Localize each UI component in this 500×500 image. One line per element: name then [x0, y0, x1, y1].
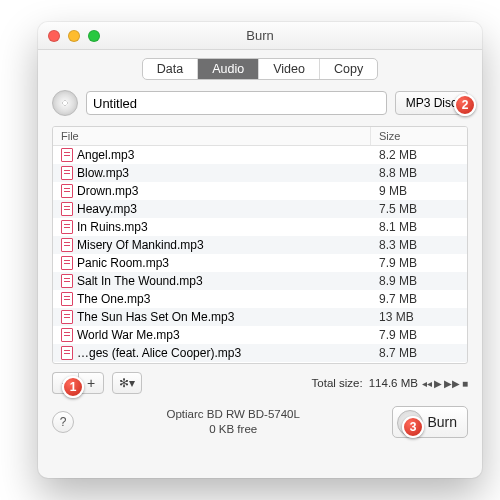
table-row[interactable]: Heavy.mp37.5 MB	[53, 200, 467, 218]
file-name: Panic Room.mp3	[77, 256, 169, 270]
file-name: The One.mp3	[77, 292, 150, 306]
annotation-badge-2: 2	[454, 94, 476, 116]
segmented-control: Data Audio Video Copy	[142, 58, 378, 80]
file-size: 9 MB	[371, 184, 467, 198]
audio-file-icon	[61, 220, 73, 234]
audio-file-icon	[61, 184, 73, 198]
file-size: 8.1 MB	[371, 220, 467, 234]
file-name: World War Me.mp3	[77, 328, 180, 342]
audio-file-icon	[61, 310, 73, 324]
drive-free: 0 KB free	[74, 422, 392, 437]
file-size: 7.5 MB	[371, 202, 467, 216]
play-icon[interactable]: ▶	[434, 378, 442, 389]
audio-file-icon	[61, 292, 73, 306]
audio-file-icon	[61, 148, 73, 162]
titlebar: Burn	[38, 22, 482, 50]
file-name: In Ruins.mp3	[77, 220, 148, 234]
audio-file-icon	[61, 202, 73, 216]
file-size: 7.9 MB	[371, 256, 467, 270]
table-row[interactable]: Blow.mp38.8 MB	[53, 164, 467, 182]
col-file[interactable]: File	[53, 127, 371, 145]
file-size: 8.7 MB	[371, 346, 467, 360]
annotation-badge-3: 3	[402, 416, 424, 438]
tab-audio[interactable]: Audio	[198, 59, 259, 79]
file-size: 13 MB	[371, 310, 467, 324]
file-size: 9.7 MB	[371, 292, 467, 306]
next-icon[interactable]: ▶▶	[444, 378, 460, 389]
total-size-value: 114.6 MB	[369, 377, 418, 389]
table-row[interactable]: Misery Of Mankind.mp38.3 MB	[53, 236, 467, 254]
tab-copy[interactable]: Copy	[320, 59, 377, 79]
file-size: 8.2 MB	[371, 148, 467, 162]
drive-name: Optiarc BD RW BD-5740L	[74, 407, 392, 422]
file-size: 8.3 MB	[371, 238, 467, 252]
stop-icon[interactable]: ■	[462, 378, 468, 389]
file-name: Blow.mp3	[77, 166, 129, 180]
file-name: …ges (feat. Alice Cooper).mp3	[77, 346, 241, 360]
file-name: Heavy.mp3	[77, 202, 137, 216]
burn-window: Burn Data Audio Video Copy MP3 Disc File…	[38, 22, 482, 478]
table-header: File Size	[53, 127, 467, 146]
table-row[interactable]: …ges (feat. Alice Cooper).mp38.7 MB	[53, 344, 467, 362]
tab-data[interactable]: Data	[143, 59, 198, 79]
project-name-input[interactable]	[86, 91, 387, 115]
audio-file-icon	[61, 256, 73, 270]
col-size[interactable]: Size	[371, 127, 467, 145]
burn-label: Burn	[427, 414, 457, 430]
media-controls: ◂◂ ▶ ▶▶ ■	[422, 378, 468, 389]
audio-file-icon	[61, 328, 73, 342]
table-row[interactable]: Salt In The Wound.mp38.9 MB	[53, 272, 467, 290]
mode-tabs: Data Audio Video Copy	[38, 50, 482, 90]
prev-icon[interactable]: ◂◂	[422, 378, 432, 389]
drive-info: Optiarc BD RW BD-5740L 0 KB free	[74, 407, 392, 437]
options-button[interactable]: ✻▾	[112, 372, 142, 394]
window-title: Burn	[38, 28, 482, 43]
file-size: 7.9 MB	[371, 328, 467, 342]
file-size: 8.9 MB	[371, 274, 467, 288]
annotation-badge-1: 1	[62, 376, 84, 398]
help-button[interactable]: ?	[52, 411, 74, 433]
table-row[interactable]: Panic Room.mp37.9 MB	[53, 254, 467, 272]
audio-file-icon	[61, 274, 73, 288]
file-name: Salt In The Wound.mp3	[77, 274, 203, 288]
table-row[interactable]: The One.mp39.7 MB	[53, 290, 467, 308]
file-name: Angel.mp3	[77, 148, 134, 162]
audio-file-icon	[61, 238, 73, 252]
tab-video[interactable]: Video	[259, 59, 320, 79]
table-row[interactable]: Drown.mp39 MB	[53, 182, 467, 200]
file-table: File Size Angel.mp38.2 MBBlow.mp38.8 MBD…	[52, 126, 468, 364]
table-body: Angel.mp38.2 MBBlow.mp38.8 MBDrown.mp39 …	[53, 146, 467, 363]
project-row: MP3 Disc	[38, 90, 482, 126]
audio-file-icon	[61, 346, 73, 360]
disc-icon	[52, 90, 78, 116]
file-name: The Sun Has Set On Me.mp3	[77, 310, 234, 324]
table-row[interactable]: The Sun Has Set On Me.mp313 MB	[53, 308, 467, 326]
table-row[interactable]: In Ruins.mp38.1 MB	[53, 218, 467, 236]
file-name: Drown.mp3	[77, 184, 138, 198]
file-size: 8.8 MB	[371, 166, 467, 180]
toolbar-row: − + ✻▾ Total size: 114.6 MB ◂◂ ▶ ▶▶ ■	[38, 364, 482, 394]
audio-file-icon	[61, 166, 73, 180]
table-row[interactable]: Angel.mp38.2 MB	[53, 146, 467, 164]
file-name: Misery Of Mankind.mp3	[77, 238, 204, 252]
table-row[interactable]: World War Me.mp37.9 MB	[53, 326, 467, 344]
total-size-label: Total size:	[312, 377, 363, 389]
